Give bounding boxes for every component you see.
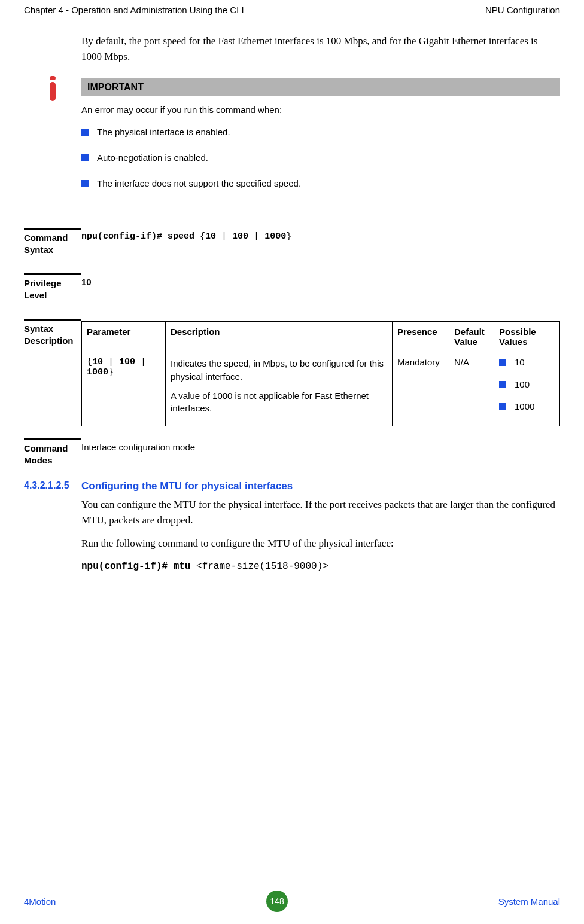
list-item-text: Auto-negotiation is enabled. [97, 153, 208, 163]
opt: 1000 [87, 367, 108, 377]
mtu-cmd-arg: <frame-size(1518-9000)> [196, 561, 328, 572]
command-syntax-label: Command Syntax [24, 228, 81, 255]
opt: 10 [92, 357, 103, 367]
pv-text: 1000 [515, 401, 534, 411]
syntax-description-label: Syntax Description [24, 319, 81, 346]
sep: | [216, 231, 232, 242]
desc-para-1: Indicates the speed, in Mbps, to be conf… [171, 357, 387, 383]
brace: } [286, 231, 291, 242]
page-footer: 4Motion 148 System Manual [24, 891, 560, 912]
bullet-icon [81, 180, 89, 187]
sep: | [248, 231, 264, 242]
heading-title: Configuring the MTU for physical interfa… [81, 480, 293, 492]
header-left: Chapter 4 - Operation and Administration… [24, 5, 244, 15]
cell-presence: Mandatory [393, 352, 449, 426]
subsection-heading: 4.3.2.1.2.5 Configuring the MTU for phys… [24, 480, 560, 492]
privilege-level-row: Privilege Level 10 [24, 273, 560, 301]
command-modes-row: Command Modes Interface configuration mo… [24, 438, 560, 466]
heading-number: 4.3.2.1.2.5 [24, 480, 81, 492]
important-callout: IMPORTANT An error may occur if you run … [24, 78, 560, 204]
bullet-icon [81, 129, 89, 136]
cell-description: Indicates the speed, in Mbps, to be conf… [166, 352, 393, 426]
info-icon [24, 78, 81, 204]
mtu-command: npu(config-if)# mtu <frame-size(1518-900… [81, 561, 560, 572]
callout-title: IMPORTANT [81, 78, 560, 96]
footer-left: 4Motion [24, 896, 56, 907]
mtu-cmd-prefix: npu(config-if)# mtu [81, 561, 196, 572]
list-item: The interface does not support the speci… [81, 178, 560, 188]
bullet-icon [499, 381, 506, 388]
th-presence: Presence [393, 322, 449, 352]
pv-text: 100 [515, 379, 530, 389]
command-modes-value: Interface configuration mode [81, 438, 560, 466]
th-possible: Possible Values [494, 322, 560, 352]
list-item: 10 [499, 357, 555, 367]
opt: 10 [205, 231, 216, 242]
cell-default: N/A [449, 352, 494, 426]
syntax-table: Parameter Description Presence Default V… [81, 321, 560, 426]
bullet-icon [499, 359, 506, 366]
page-header: Chapter 4 - Operation and Administration… [24, 0, 560, 19]
mtu-paragraph-2: Run the following command to configure t… [81, 536, 560, 551]
list-item-text: The interface does not support the speci… [97, 178, 301, 188]
cell-parameter: {10 | 100 | 1000} [82, 352, 166, 426]
opt: 1000 [264, 231, 286, 242]
command-syntax-value: npu(config-if)# speed {10 | 100 | 1000} [81, 228, 560, 255]
pv-text: 10 [515, 357, 525, 367]
bullet-icon [499, 403, 506, 410]
cell-possible: 10 100 1000 [494, 352, 560, 426]
th-default: Default Value [449, 322, 494, 352]
list-item-text: The physical interface is enabled. [97, 127, 230, 137]
mtu-paragraph-1: You can configure the MTU for the physic… [81, 497, 560, 527]
privilege-level-value: 10 [81, 273, 560, 301]
syntax-description-row: Syntax Description Parameter Description… [24, 319, 560, 426]
cmd-prefix: npu(config-if)# speed [81, 231, 200, 242]
header-right: NPU Configuration [485, 5, 560, 15]
sep: | [135, 357, 146, 367]
bullet-icon [81, 154, 89, 161]
callout-lead: An error may occur if you run this comma… [81, 96, 560, 115]
sep: | [103, 357, 119, 367]
desc-para-2: A value of 1000 is not applicable for Fa… [171, 389, 387, 416]
intro-paragraph: By default, the port speed for the Fast … [81, 33, 560, 64]
list-item: 100 [499, 379, 555, 389]
footer-right: System Manual [498, 896, 560, 907]
command-modes-label: Command Modes [24, 438, 81, 466]
brace: } [108, 367, 114, 377]
table-row: {10 | 100 | 1000} Indicates the speed, i… [82, 352, 560, 426]
list-item: 1000 [499, 401, 555, 411]
brace: { [200, 231, 205, 242]
command-syntax-row: Command Syntax npu(config-if)# speed {10… [24, 228, 560, 255]
privilege-level-label: Privilege Level [24, 273, 81, 301]
opt: 100 [119, 357, 135, 367]
th-description: Description [166, 322, 393, 352]
list-item: The physical interface is enabled. [81, 127, 560, 137]
list-item: Auto-negotiation is enabled. [81, 153, 560, 163]
page-number: 148 [266, 891, 288, 912]
opt: 100 [232, 231, 248, 242]
brace: { [87, 357, 92, 367]
th-parameter: Parameter [82, 322, 166, 352]
